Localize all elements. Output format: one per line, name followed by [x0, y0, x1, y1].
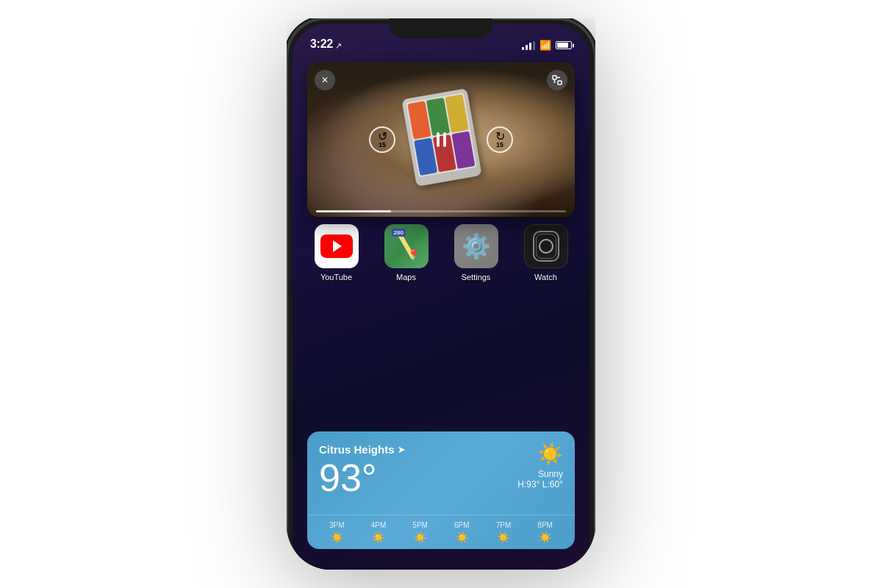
maps-pin: 📍 — [406, 248, 421, 262]
pause-bar-1 — [437, 132, 440, 147]
skip-forward-label: 15 — [496, 141, 503, 148]
weather-hour-3: 5PM ☀️ — [412, 521, 428, 543]
svg-rect-0 — [553, 76, 556, 79]
weather-hour-2: 4PM ☀️ — [371, 521, 387, 543]
settings-gear-icon: ⚙️ — [462, 232, 491, 260]
weather-city: Citrus Heights — [319, 443, 395, 456]
weather-hi-lo: H:93° L:60° — [517, 479, 563, 490]
hour-label-4: 6PM — [454, 521, 470, 529]
hour-icon-6: ☀️ — [539, 531, 551, 543]
status-icons: 📶 — [522, 40, 572, 51]
weather-widget[interactable]: Citrus Heights ➤ 93° ☀️ Sunny H:93° L:60… — [307, 431, 575, 549]
battery-fill — [557, 43, 568, 48]
app-item-watch[interactable]: Watch — [517, 224, 575, 282]
weather-hour-1: 3PM ☀️ — [329, 521, 345, 543]
location-icon: ↗ — [335, 41, 342, 51]
weather-location-arrow: ➤ — [398, 445, 405, 455]
weather-description: Sunny — [517, 469, 563, 479]
notch — [390, 18, 492, 39]
weather-hour-4: 6PM ☀️ — [454, 521, 470, 543]
pip-video: ↺ 15 ↻ — [307, 62, 575, 217]
hour-label-1: 3PM — [329, 521, 345, 529]
skip-back-label: 15 — [379, 141, 386, 148]
pip-controls: ↺ 15 ↻ — [307, 62, 575, 217]
watch-face — [533, 231, 559, 262]
watch-label: Watch — [534, 273, 557, 282]
youtube-play-triangle — [333, 240, 342, 252]
hour-icon-4: ☀️ — [456, 531, 468, 543]
watch-app-icon — [524, 224, 568, 268]
watch-inner — [536, 234, 556, 259]
weather-hourly: 3PM ☀️ 4PM ☀️ 5PM ☀️ — [307, 514, 575, 549]
settings-app-icon: ⚙️ — [454, 224, 498, 268]
hour-icon-5: ☀️ — [497, 531, 509, 543]
home-screen: 3:22 ↗ 📶 — [293, 24, 589, 570]
signal-bar-3 — [529, 43, 531, 50]
weather-hour-6: 8PM ☀️ — [537, 521, 553, 543]
hour-label-6: 8PM — [537, 521, 553, 529]
maps-badge: 280 — [392, 229, 406, 237]
youtube-app-icon — [315, 224, 359, 268]
hour-label-3: 5PM — [412, 521, 428, 529]
hour-icon-2: ☀️ — [372, 531, 384, 543]
youtube-label: YouTube — [320, 273, 352, 282]
hour-label-5: 7PM — [496, 521, 512, 529]
svg-rect-1 — [558, 81, 562, 85]
wifi-icon: 📶 — [539, 40, 551, 51]
signal-bar-1 — [522, 47, 524, 50]
weather-sun-icon: ☀️ — [517, 442, 563, 466]
maps-app-icon: 280 📍 — [384, 224, 429, 268]
app-grid: YouTube 280 📍 Maps — [307, 224, 575, 282]
pause-button[interactable] — [425, 123, 457, 156]
weather-high: H:93° — [517, 479, 539, 490]
weather-condition: ☀️ Sunny H:93° L:60° — [517, 442, 563, 490]
expand-icon — [552, 75, 562, 85]
pip-expand-button[interactable] — [547, 70, 567, 90]
app-item-maps[interactable]: 280 📍 Maps — [377, 224, 435, 282]
watch-circle — [539, 239, 553, 254]
signal-bar-2 — [526, 45, 528, 50]
app-item-settings[interactable]: ⚙️ Settings — [447, 224, 505, 282]
screen: 3:22 ↗ 📶 — [293, 24, 589, 570]
signal-bars — [522, 41, 535, 50]
skip-forward-button[interactable]: ↻ 15 — [487, 126, 513, 153]
signal-bar-4 — [533, 41, 535, 50]
pip-progress-bar[interactable] — [316, 210, 566, 212]
weather-low-val: L:60° — [542, 479, 563, 490]
pip-close-button[interactable]: ✕ — [315, 70, 335, 90]
pip-progress-fill — [316, 210, 391, 212]
settings-label: Settings — [462, 273, 491, 282]
phone-shell: 3:22 ↗ 📶 — [287, 18, 595, 570]
hour-icon-3: ☀️ — [414, 531, 426, 543]
weather-hour-5: 7PM ☀️ — [496, 521, 512, 543]
pip-container[interactable]: ↺ 15 ↻ — [307, 62, 575, 217]
status-time: 3:22 — [310, 37, 333, 51]
battery-icon — [556, 41, 572, 49]
skip-back-button[interactable]: ↺ 15 — [369, 126, 395, 153]
maps-label: Maps — [396, 273, 416, 282]
hour-icon-1: ☀️ — [331, 531, 343, 543]
hour-label-2: 4PM — [371, 521, 387, 529]
youtube-play-bg — [320, 234, 353, 258]
app-item-youtube[interactable]: YouTube — [307, 224, 365, 282]
pause-bar-2 — [443, 132, 446, 147]
